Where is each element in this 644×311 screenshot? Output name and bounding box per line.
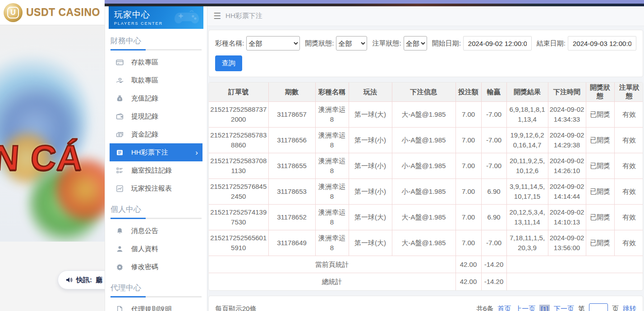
bell-icon: [116, 227, 124, 235]
breadcrumb: ☰ HH彩票下注: [207, 6, 644, 26]
start-date-label: 開始日期:: [432, 39, 461, 48]
bet-cell: -7.00: [481, 153, 506, 179]
bet-cell: 已開獎: [586, 153, 614, 179]
summary-winloss-total: -14.20: [481, 273, 506, 290]
summary-row: 當前頁統計42.00-14.20: [209, 256, 643, 273]
bet-row: 215217252585783886031178656澳洲幸运8第一球(小)小-…: [209, 128, 643, 153]
column-header: 投注額: [455, 82, 481, 102]
bet-cell: 2024-09-02 13:56:00: [548, 230, 586, 256]
menu-toggle-icon[interactable]: ☰: [213, 12, 221, 20]
bet-row: 215217252574139753031178652澳洲幸运8第一球(大)大-…: [209, 205, 643, 230]
sidebar-item-label: 提現記錄: [131, 112, 158, 121]
summary-row: 總統計42.00-14.20: [209, 273, 643, 290]
sidebar-item-廳室投註記錄[interactable]: 廳室投註記錄: [110, 161, 202, 179]
bet-cell: 31178657: [268, 102, 315, 128]
sidebar-item-個人資料[interactable]: 個人資料: [110, 240, 202, 258]
end-date-input[interactable]: [568, 36, 636, 50]
bet-cell: -7.00: [481, 102, 506, 128]
sidebar-item-label: 資金記錄: [131, 130, 158, 139]
pagination: 共6条 首页 上一页 [1] 下一页 第 页 跳转: [476, 303, 636, 311]
usdt-coin-logo-icon: U: [4, 3, 23, 22]
bet-cell: 有效: [614, 153, 643, 179]
bet-cell: 有效: [614, 205, 643, 230]
page-jump-input[interactable]: [589, 303, 608, 311]
bet-cell: 31178649: [268, 230, 315, 256]
bet-cell: 第一球(小): [349, 179, 392, 205]
section-rule: [110, 296, 202, 297]
sidebar-item-label: HH彩票下注: [131, 148, 168, 157]
bet-cell: 2152172525837081130: [209, 153, 268, 179]
sidebar-item-存款專區[interactable]: 存款專區: [110, 53, 202, 71]
first-page-link[interactable]: 首页: [497, 305, 511, 311]
bet-cell: 7.00: [455, 205, 481, 230]
next-page-link[interactable]: 下一页: [554, 305, 574, 311]
bet-cell: 第一球(大): [349, 205, 392, 230]
sidebar-item-HH彩票下注[interactable]: HH彩票下注›: [110, 143, 202, 161]
bet-cell: 第一球(大): [349, 230, 392, 256]
column-header: 下注信息: [392, 82, 455, 102]
news-ticker-pill[interactable]: 快訊: 廳: [58, 270, 105, 289]
bet-row: 215217252565601591031178649澳洲幸运8第一球(大)大-…: [209, 230, 643, 256]
end-date-label: 結束日期:: [537, 39, 566, 48]
gear-icon: [116, 263, 124, 271]
column-header: 期數: [268, 82, 315, 102]
wallet-icon: [116, 113, 124, 120]
bet-cell: 20,11,9,2,5,10,12,6: [506, 153, 548, 179]
jump-action-link[interactable]: 跳转: [623, 305, 636, 311]
bet-row: 215217252583708113031178655澳洲幸运8第一球(小)小-…: [209, 153, 643, 179]
sidebar-item-資金記錄[interactable]: 資金記錄: [110, 125, 202, 143]
table-header-row: 訂單號期數彩種名稱玩法下注信息投注額輸贏開獎結果下注時間開獎狀態注單狀態: [209, 82, 643, 102]
bet-cell: 20,12,5,3,4,13,11,14: [506, 205, 548, 230]
news-ticker-text: 廳: [96, 276, 102, 284]
page-size-text: 每頁顯示20條: [215, 305, 257, 311]
section-title: 代理中心: [110, 283, 202, 293]
current-page-indicator: [1]: [539, 305, 550, 311]
lottery-name-select[interactable]: 全部: [246, 36, 300, 50]
left-art-pane: U USDT CASINO N CÁ 快訊: 廳: [0, 0, 105, 311]
bet-cell: 已開獎: [586, 128, 614, 153]
search-button[interactable]: 查詢: [215, 55, 242, 71]
draw-status-select[interactable]: 全部: [336, 36, 367, 50]
summary-bet-total: 42.00: [455, 256, 481, 273]
summary-empty: [506, 256, 643, 273]
bet-cell: 澳洲幸运8: [315, 179, 349, 205]
prev-page-link[interactable]: 上一页: [515, 305, 535, 311]
summary-empty: [506, 273, 643, 290]
bet-cell: 6.90: [481, 179, 506, 205]
withdraw-hand-icon: [116, 77, 124, 84]
sidebar-item-取款專區[interactable]: 取款專區: [110, 71, 202, 89]
order-status-select[interactable]: 全部: [404, 36, 427, 50]
speaker-icon: [65, 276, 73, 284]
right-wrap: 玩家中心 PLAYERS CENTER 財務中心存款專區取款專區¥充值記錄提現記…: [105, 0, 644, 311]
bet-row: 215217252588737200031178657澳洲幸运8第一球(大)大-…: [209, 102, 643, 128]
sidebar: 玩家中心 PLAYERS CENTER 財務中心存款專區取款專區¥充值記錄提現記…: [105, 6, 207, 311]
main-area: ☰ HH彩票下注 彩種名稱: 全部 開獎狀態: 全部: [207, 6, 644, 311]
sidebar-item-修改密碼[interactable]: 修改密碼: [110, 258, 202, 276]
content: 彩種名稱: 全部 開獎狀態: 全部 注單狀態: 全部: [207, 26, 644, 311]
gamepad-icon: [174, 9, 200, 29]
sidebar-item-玩家投注報表[interactable]: 玩家投注報表: [110, 179, 202, 197]
bet-cell: 第一球(小): [349, 128, 392, 153]
sidebar-item-label: 個人資料: [131, 245, 158, 253]
jump-suffix-label: 页: [612, 305, 619, 311]
column-header: 玩法: [349, 82, 392, 102]
sidebar-item-label: 取款專區: [131, 76, 158, 85]
logo-bar: U USDT CASINO: [0, 0, 105, 25]
bet-cell: 澳洲幸运8: [315, 102, 349, 128]
bet-cell: -7.00: [481, 128, 506, 153]
sidebar-item-消息公告[interactable]: 消息公告: [110, 222, 202, 240]
sidebar-item-代理規則說明[interactable]: 代理規則說明: [110, 300, 202, 311]
bet-cell: 第一球(大): [349, 102, 392, 128]
section-title: 個人中心: [110, 204, 202, 215]
bet-cell: 31178655: [268, 153, 315, 179]
page: U USDT CASINO N CÁ 快訊: 廳 玩家中心: [0, 0, 644, 311]
sidebar-item-提現記錄[interactable]: 提現記錄: [110, 107, 202, 125]
start-date-input[interactable]: [463, 36, 532, 50]
summary-label: 當前頁統計: [209, 256, 455, 273]
bet-cell: 有效: [614, 128, 643, 153]
total-count: 共6条: [476, 305, 493, 311]
bets-table: 訂單號期數彩種名稱玩法下注信息投注額輸贏開獎結果下注時間開獎狀態注單狀態 215…: [209, 82, 643, 290]
bet-cell: 2152172525741397530: [209, 205, 268, 230]
bet-cell: 已開獎: [586, 179, 614, 205]
sidebar-item-充值記錄[interactable]: ¥充值記錄: [110, 89, 202, 107]
